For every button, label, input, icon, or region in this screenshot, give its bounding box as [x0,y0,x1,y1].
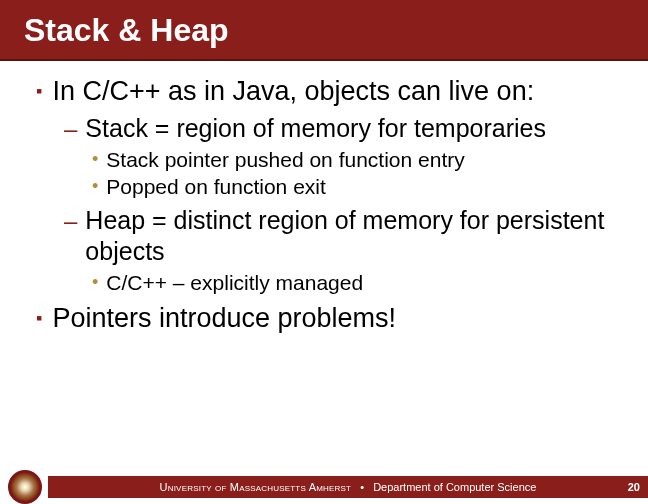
dash-bullet-icon: – [64,115,77,144]
bullet-text: Pointers introduce problems! [52,302,396,336]
bullet-text: C/C++ – explicitly managed [106,269,363,296]
slide-title: Stack & Heap [24,12,624,49]
bullet-level2: – Heap = distinct region of memory for p… [64,205,612,268]
bullet-text: Popped on function exit [106,173,326,200]
square-bullet-icon: ▪ [36,308,42,329]
bullet-level3: • C/C++ – explicitly managed [92,269,612,296]
dot-bullet-icon: • [92,271,98,294]
footer-text: University of Massachusetts Amherst • De… [160,481,537,493]
slide-footer: University of Massachusetts Amherst • De… [0,470,648,504]
footer-university: University of Massachusetts Amherst [160,481,352,493]
bullet-text: Stack pointer pushed on function entry [106,146,464,173]
bullet-text: Heap = distinct region of memory for per… [85,205,612,268]
bullet-level1: ▪ Pointers introduce problems! [36,302,612,336]
dot-bullet-icon: • [92,148,98,171]
page-number: 20 [628,481,640,493]
slide-content: ▪ In C/C++ as in Java, objects can live … [0,61,648,336]
bullet-level1: ▪ In C/C++ as in Java, objects can live … [36,75,612,109]
dash-bullet-icon: – [64,207,77,236]
footer-department: Department of Computer Science [373,481,536,493]
title-bar: Stack & Heap [0,0,648,61]
dot-bullet-icon: • [92,175,98,198]
footer-separator: • [360,481,364,493]
square-bullet-icon: ▪ [36,81,42,102]
university-seal-icon [8,470,42,504]
bullet-text: In C/C++ as in Java, objects can live on… [52,75,534,109]
bullet-level2: – Stack = region of memory for temporari… [64,113,612,144]
bullet-level3: • Popped on function exit [92,173,612,200]
bullet-text: Stack = region of memory for temporaries [85,113,546,144]
bullet-level3: • Stack pointer pushed on function entry [92,146,612,173]
footer-band: University of Massachusetts Amherst • De… [48,476,648,498]
